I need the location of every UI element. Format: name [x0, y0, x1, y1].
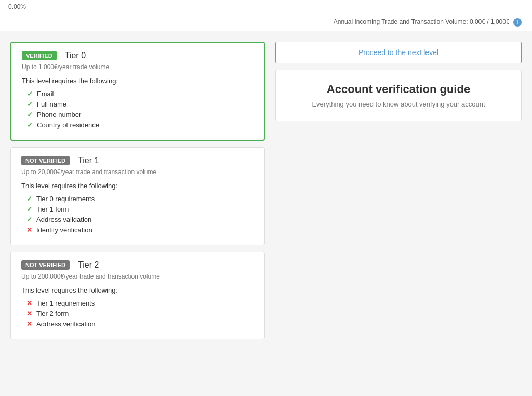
requirement-item: ✕ Tier 2 form [26, 310, 254, 318]
check-icon: ✓ [26, 216, 32, 223]
requirement-item: ✓ Full name [27, 100, 254, 108]
requirement-text: Full name [37, 100, 66, 108]
requirement-item: ✓ Country of residence [27, 121, 254, 129]
check-icon: ✓ [26, 205, 32, 213]
check-icon: ✓ [27, 90, 33, 98]
requirement-text: Tier 0 requirements [36, 195, 95, 203]
tier-header: NOT VERIFIED Tier 1 [21, 156, 254, 165]
tier-requires: This level requires the following: [21, 182, 254, 190]
guide-subtitle: Everything you need to know about verify… [286, 100, 511, 108]
tier-requires: This level requires the following: [21, 286, 254, 294]
tier-header: VERIFIED Tier 0 [22, 51, 254, 60]
requirement-item: ✓ Address validation [26, 216, 254, 223]
right-panel: Proceed to the next level Account verifi… [275, 42, 522, 339]
progress-text: 0.00% [8, 3, 26, 10]
requirement-text: Tier 1 form [36, 205, 69, 213]
requirement-item: ✓ Tier 0 requirements [26, 195, 254, 203]
requirement-item: ✓ Phone number [27, 111, 254, 118]
top-bar: 0.00% [0, 0, 532, 14]
status-badge: NOT VERIFIED [21, 156, 70, 165]
requirement-text: Address validation [36, 216, 91, 223]
tier-volume: Up to 200,000€/year trade and transactio… [21, 273, 254, 280]
tier-header: NOT VERIFIED Tier 2 [21, 260, 254, 270]
requirement-item: ✓ Tier 1 form [26, 205, 254, 213]
proceed-button[interactable]: Proceed to the next level [275, 42, 522, 63]
requirement-text: Address verification [36, 320, 95, 328]
tier-title: Tier 1 [78, 156, 99, 165]
info-icon[interactable]: i [513, 18, 522, 27]
check-icon: ✓ [27, 121, 33, 129]
requirement-list: ✓ Email ✓ Full name ✓ Phone number ✓ Cou… [22, 90, 254, 129]
requirement-text: Identity verification [36, 226, 92, 234]
requirement-list: ✓ Tier 0 requirements ✓ Tier 1 form ✓ Ad… [21, 195, 254, 234]
check-icon: ✓ [26, 195, 32, 203]
left-panel: VERIFIED Tier 0 Up to 1,000€/year trade … [10, 42, 265, 339]
requirement-item: ✓ Email [27, 90, 254, 98]
requirement-text: Email [37, 90, 54, 98]
guide-title: Account verification guide [286, 83, 511, 96]
tier-title: Tier 0 [65, 51, 86, 60]
tier-requires: This level requires the following: [22, 77, 254, 85]
tier-volume: Up to 1,000€/year trade volume [22, 63, 254, 71]
tier-card-1: NOT VERIFIED Tier 1 Up to 20,000€/year t… [10, 147, 265, 245]
cross-icon: ✕ [26, 226, 32, 234]
requirement-text: Tier 1 requirements [36, 299, 95, 307]
status-badge: VERIFIED [22, 51, 57, 60]
requirement-text: Tier 2 form [36, 310, 69, 318]
requirement-text: Country of residence [37, 121, 99, 129]
requirement-item: ✕ Address verification [26, 320, 254, 328]
check-icon: ✓ [27, 111, 33, 118]
tier-title: Tier 2 [78, 260, 99, 270]
guide-card: Account verification guide Everything yo… [275, 70, 522, 121]
status-badge: NOT VERIFIED [21, 260, 70, 270]
tier-volume: Up to 20,000€/year trade and transaction… [21, 168, 254, 176]
tier-card-2: NOT VERIFIED Tier 2 Up to 200,000€/year … [10, 252, 265, 339]
tier-card-0: VERIFIED Tier 0 Up to 1,000€/year trade … [10, 42, 265, 141]
check-icon: ✓ [27, 100, 33, 108]
requirement-item: ✕ Identity verification [26, 226, 254, 234]
cross-icon: ✕ [26, 299, 32, 307]
cross-icon: ✕ [26, 310, 32, 318]
main-content: VERIFIED Tier 0 Up to 1,000€/year trade … [0, 31, 532, 350]
cross-icon: ✕ [26, 320, 32, 328]
requirement-list: ✕ Tier 1 requirements ✕ Tier 2 form ✕ Ad… [21, 299, 254, 328]
requirement-item: ✕ Tier 1 requirements [26, 299, 254, 307]
annual-bar: Annual Incoming Trade and Transaction Vo… [0, 14, 532, 31]
annual-label: Annual Incoming Trade and Transaction Vo… [334, 18, 510, 25]
requirement-text: Phone number [37, 111, 81, 118]
